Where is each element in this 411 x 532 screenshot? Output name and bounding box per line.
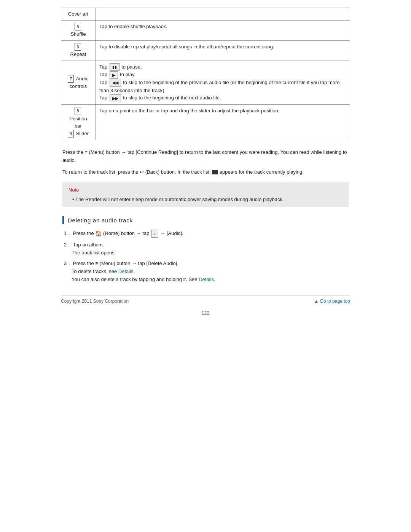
audio-line-4: Tap ▶▶ to skip to the beginning of the n… <box>99 94 346 102</box>
step-3-text: Press the ≡ (Menu) button → tap [Delete … <box>73 260 178 266</box>
note-text: The Reader will not enter sleep mode or … <box>75 197 284 202</box>
step-2-num: 2． <box>64 242 72 248</box>
cover-art-label: Cover art <box>68 11 88 17</box>
table-row: Cover art <box>61 8 350 21</box>
shuffle-label: Shuffle <box>70 31 86 37</box>
cell-label-repeat: 6 Repeat <box>61 40 96 61</box>
triangle-icon: ▲ <box>314 299 319 304</box>
page-number: 122 <box>61 310 350 316</box>
num-box-9: 9 <box>68 130 74 138</box>
body-para-2: To return to the track list, press the ↩… <box>61 168 350 176</box>
step-3-num: 3． <box>64 260 72 266</box>
position-label: Positionbar <box>69 116 87 129</box>
section-heading: Deleting an audio track <box>62 216 349 224</box>
controls-table: Cover art 5 Shuffle Tap to enable shuffl… <box>61 8 350 140</box>
section-title: Deleting an audio track <box>68 217 133 224</box>
cell-label-audio: 7 Audiocontrols <box>61 61 96 105</box>
table-row: 6 Repeat Tap to disable repeat play/repe… <box>61 40 350 61</box>
position-text: Tap on a point on the bar or tap and dra… <box>99 108 279 113</box>
play-btn-icon: ▶ <box>110 71 118 79</box>
audio-line-3: Tap ◀◀ to skip to the beginning of the p… <box>99 79 346 94</box>
home-icon: 🏠 <box>95 229 102 238</box>
details-link-1[interactable]: Details <box>118 268 134 274</box>
step-1-num: 1． <box>64 230 72 236</box>
step-1: 1． Press the 🏠 (Home) button → tap › → [… <box>62 229 349 238</box>
pause-btn-icon: ▮▮ <box>110 63 119 71</box>
audio-btn: › <box>151 230 158 238</box>
go-to-top-link[interactable]: ▲ Go to page top <box>314 299 350 304</box>
cell-label-cover-art: Cover art <box>61 8 96 21</box>
cell-label-position: 8 Positionbar 9 Slider <box>61 105 96 140</box>
cell-content-audio: Tap ▮▮ to pause. Tap ▶ to play. Tap ◀◀ t… <box>96 61 350 105</box>
cell-content-cover-art <box>96 8 350 21</box>
audio-line-1: Tap ▮▮ to pause. <box>99 63 346 71</box>
shuffle-text: Tap to enable shuffle playback. <box>99 24 167 29</box>
step-3-sub-1: To delete tracks, see Details. <box>64 268 349 276</box>
copyright: Copyright 2011 Sony Corporation <box>61 299 129 304</box>
note-box: Note • The Reader will not enter sleep m… <box>62 182 349 208</box>
slider-label: Slider <box>76 131 89 136</box>
go-to-top-label: Go to page top <box>320 299 350 304</box>
prev-btn-icon: ◀◀ <box>110 79 121 87</box>
cell-content-position: Tap on a point on the bar or tap and dra… <box>96 105 350 140</box>
cell-content-repeat: Tap to disable repeat play/repeat all so… <box>96 40 350 61</box>
step-3-sub-2: You can also delete a track by tapping a… <box>64 276 349 284</box>
next-btn-icon: ▶▶ <box>110 94 121 102</box>
num-box-8: 8 <box>75 107 81 115</box>
footer: Copyright 2011 Sony Corporation ▲ Go to … <box>61 295 350 304</box>
steps-container: 1． Press the 🏠 (Home) button → tap › → [… <box>62 229 349 283</box>
audio-line-2: Tap ▶ to play. <box>99 71 346 79</box>
note-title: Note <box>68 186 342 194</box>
cell-content-shuffle: Tap to enable shuffle playback. <box>96 20 350 40</box>
note-bullet: • The Reader will not enter sleep mode o… <box>72 196 342 204</box>
num-box-7: 7 <box>68 75 74 83</box>
table-row: 7 Audiocontrols Tap ▮▮ to pause. Tap ▶ t… <box>61 61 350 105</box>
step-2-sub: The track list opens. <box>64 249 349 257</box>
cell-label-shuffle: 5 Shuffle <box>61 20 96 40</box>
num-box-6: 6 <box>75 43 81 51</box>
table-row: 8 Positionbar 9 Slider Tap on a point on… <box>61 105 350 140</box>
blue-bar-icon <box>62 216 64 224</box>
num-box-5: 5 <box>75 23 81 31</box>
track-playing-icon <box>212 170 218 174</box>
step-2: 2． Tap an album. The track list opens. <box>62 241 349 257</box>
repeat-text: Tap to disable repeat play/repeat all so… <box>99 44 274 50</box>
table-row: 5 Shuffle Tap to enable shuffle playback… <box>61 20 350 40</box>
step-2-text: Tap an album. <box>73 242 104 248</box>
back-icon: ↩ <box>140 168 144 176</box>
step-3: 3． Press the ≡ (Menu) button → tap [Dele… <box>62 260 349 283</box>
repeat-label: Repeat <box>70 51 86 57</box>
body-para-1: Press the ≡ (Menu) button → tap [Continu… <box>61 149 350 165</box>
details-link-2[interactable]: Details <box>199 276 214 282</box>
